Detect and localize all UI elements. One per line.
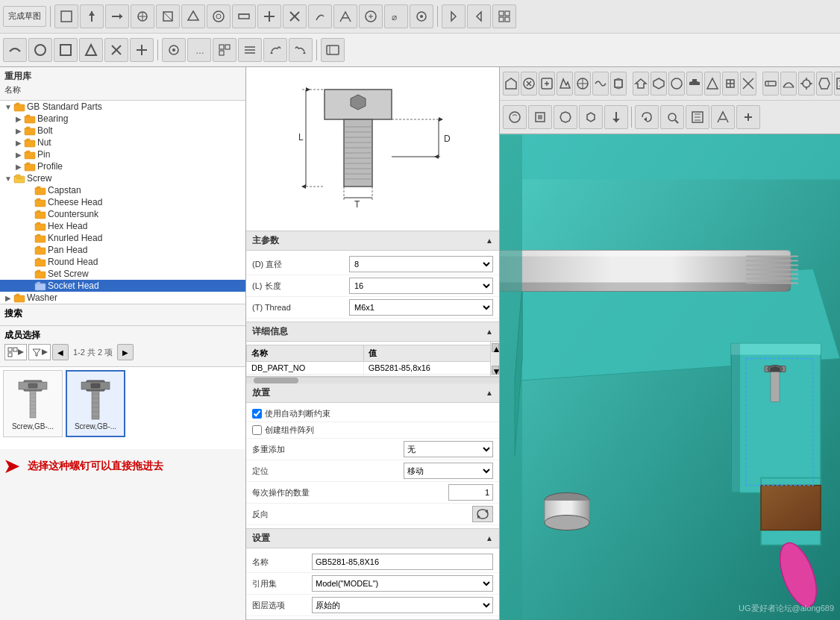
settings-header[interactable]: 设置 ▲: [246, 529, 499, 548]
rt2-b1[interactable]: [503, 105, 527, 129]
tb-r1-b1[interactable]: [54, 4, 78, 28]
next-btn[interactable]: ▶: [117, 344, 134, 360]
rt-b14[interactable]: [740, 72, 756, 95]
tb-r1-b9[interactable]: [257, 4, 281, 28]
tree-item-socket-head[interactable]: ▶ Socket Head: [0, 280, 245, 292]
rt-b19[interactable]: [834, 72, 840, 95]
tree-item-bearing[interactable]: ▶ Bearing: [0, 113, 245, 125]
param-diameter-select[interactable]: 8 6 10: [349, 256, 493, 272]
ops-per-input[interactable]: [448, 484, 493, 501]
tree-screw-toggle[interactable]: ▼: [3, 175, 13, 183]
tree-item-washer[interactable]: ▶ Washer: [0, 292, 245, 304]
reverse-btn[interactable]: [472, 506, 493, 522]
tree-item-round-head[interactable]: ▶ Round Head: [0, 256, 245, 268]
rt-b10[interactable]: [668, 72, 685, 95]
tb-r1-b6[interactable]: [181, 4, 205, 28]
tb-r1-b17[interactable]: [467, 4, 491, 28]
multiple-add-select[interactable]: 无 是: [404, 441, 493, 457]
param-thread-select[interactable]: M6x1 M8x1: [349, 299, 493, 316]
tb-r1-b12[interactable]: [333, 4, 357, 28]
thumbnail-item-2[interactable]: Screw,GB-...: [66, 370, 125, 437]
rt2-b5[interactable]: [604, 105, 628, 129]
rt-b16[interactable]: [780, 72, 797, 95]
rt-b8[interactable]: [633, 72, 649, 95]
tree-container[interactable]: ▼ GB Standard Parts ▶ Bearing ▶: [0, 101, 245, 304]
tree-profile-toggle[interactable]: ▶: [13, 163, 24, 171]
tree-item-screw[interactable]: ▼ Screw: [0, 172, 245, 184]
rt-b7[interactable]: [610, 72, 627, 95]
tb-r2-b10[interactable]: [238, 38, 262, 62]
tb-r1-b2[interactable]: [80, 4, 104, 28]
rt-b1[interactable]: [503, 72, 519, 95]
tb-r1-b13[interactable]: [359, 4, 383, 28]
tree-washer-toggle[interactable]: ▶: [3, 294, 13, 302]
rt-b18[interactable]: [816, 72, 833, 95]
scroll-up-btn[interactable]: ▲: [492, 343, 499, 352]
tree-item-nut[interactable]: ▶ Nut: [0, 137, 245, 148]
tb-r2-b7[interactable]: [162, 38, 186, 62]
tb-r2-b12[interactable]: [289, 38, 313, 62]
tree-bolt-toggle[interactable]: ▶: [13, 127, 24, 135]
auto-constraint-checkbox[interactable]: [252, 409, 262, 419]
rt2-b8[interactable]: [686, 105, 709, 129]
tb-r2-b2[interactable]: [28, 38, 52, 62]
tb-r1-b5[interactable]: [156, 4, 180, 28]
tree-bearing-toggle[interactable]: ▶: [13, 115, 24, 123]
tb-r2-b9[interactable]: [213, 38, 236, 62]
tb-r1-b11[interactable]: [308, 4, 332, 28]
tree-root-toggle[interactable]: ▼: [3, 103, 13, 111]
rt-b11[interactable]: [686, 72, 703, 95]
tree-nut-toggle[interactable]: ▶: [13, 139, 24, 147]
tb-r1-b10[interactable]: [283, 4, 307, 28]
detail-scroll-thumb[interactable]: [254, 378, 298, 383]
tb-r1-b4[interactable]: [131, 4, 154, 28]
rt-b13[interactable]: [722, 72, 739, 95]
tb-r2-b3[interactable]: [54, 38, 78, 62]
tree-item-set-screw[interactable]: ▶ Set Screw: [0, 268, 245, 280]
rt2-b3[interactable]: [554, 105, 577, 129]
tb-r1-b16[interactable]: [442, 4, 466, 28]
tb-r1-b3[interactable]: [105, 4, 129, 28]
tb-r1-b18[interactable]: [492, 4, 516, 28]
tree-item-knurled-head[interactable]: ▶ Knurled Head: [0, 232, 245, 244]
rt-b17[interactable]: [798, 72, 815, 95]
tree-item-capstan[interactable]: ▶ Capstan: [0, 184, 245, 196]
rt-b15[interactable]: [762, 72, 779, 95]
rt-b6[interactable]: [592, 72, 609, 95]
tb-r2-b6[interactable]: [130, 38, 154, 62]
tree-item-countersunk[interactable]: ▶ Countersunk: [0, 208, 245, 220]
main-params-header[interactable]: 主参数 ▲: [246, 231, 499, 251]
rt-b3[interactable]: [539, 72, 555, 95]
placement-header[interactable]: 放置 ▲: [246, 383, 499, 403]
rt-b12[interactable]: [704, 72, 721, 95]
tb-r2-b13[interactable]: [321, 38, 345, 62]
tree-item-bolt[interactable]: ▶ Bolt: [0, 125, 245, 137]
tree-root[interactable]: ▼ GB Standard Parts: [0, 101, 245, 113]
position-select[interactable]: 移动 固定: [404, 463, 493, 479]
rt-b9[interactable]: [651, 72, 667, 95]
tb-r2-b1[interactable]: [3, 38, 27, 62]
tb-r2-b11[interactable]: [263, 38, 287, 62]
tb-r2-b8[interactable]: …: [187, 38, 211, 62]
tb-r2-b4[interactable]: [79, 38, 103, 62]
scroll-down-btn[interactable]: ▼: [492, 366, 499, 375]
detail-horizontal-scroll[interactable]: [246, 377, 499, 383]
config-refset-select[interactable]: Model("MODEL"): [312, 575, 493, 592]
detail-header[interactable]: 详细信息 ▲: [246, 322, 499, 342]
rt2-b4[interactable]: [579, 105, 603, 129]
rt-b2[interactable]: [521, 72, 537, 95]
tree-item-hex-head[interactable]: ▶ Hex Head: [0, 220, 245, 232]
tb-r1-b8[interactable]: [232, 4, 256, 28]
tb-r2-b5[interactable]: [104, 38, 128, 62]
tb-r1-b15[interactable]: [410, 4, 433, 28]
thumbnail-item-1[interactable]: Screw,GB-...: [3, 370, 63, 437]
tb-r1-b7[interactable]: [207, 4, 231, 28]
rt2-b9[interactable]: [711, 105, 735, 129]
tree-pin-toggle[interactable]: ▶: [13, 151, 24, 159]
tree-item-cheese-head[interactable]: ▶ Cheese Head: [0, 196, 245, 208]
detail-scrollbar[interactable]: ▲ ▼: [490, 342, 499, 376]
prev-btn[interactable]: ◀: [52, 344, 69, 360]
rt2-b6[interactable]: [635, 105, 659, 129]
param-length-select[interactable]: 16 12 20: [349, 278, 493, 294]
rt-b4[interactable]: [557, 72, 573, 95]
